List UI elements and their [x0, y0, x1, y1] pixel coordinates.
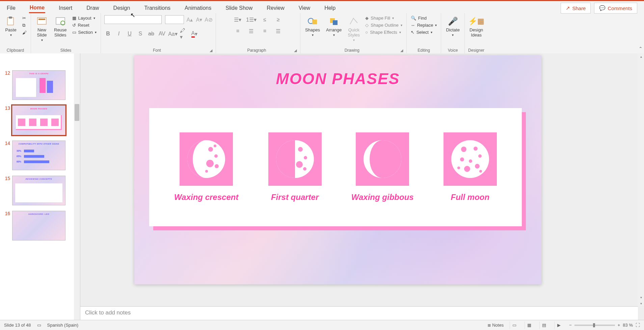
- thumbnails-scrollbar[interactable]: [74, 53, 80, 320]
- group-label-designer: Designer: [468, 47, 484, 53]
- group-label-voice: Voice: [448, 47, 458, 53]
- new-slide-button[interactable]: New Slide▾: [34, 15, 49, 43]
- font-dialog-launcher[interactable]: ◢: [210, 48, 212, 53]
- underline-button[interactable]: U: [126, 30, 133, 37]
- tab-insert[interactable]: Insert: [58, 4, 73, 12]
- content-panel[interactable]: Waxing crescent First quarter Waxing gib…: [149, 108, 522, 226]
- align-right-button[interactable]: ≡: [260, 27, 269, 35]
- select-button[interactable]: ↖Select ▾: [410, 29, 438, 35]
- drawing-dialog-launcher[interactable]: ◢: [400, 48, 403, 53]
- accessibility-icon[interactable]: ▭: [37, 323, 41, 328]
- thumbnail-15[interactable]: 15 REVIEWING CONCEPTS: [0, 172, 80, 207]
- slide-counter: Slide 13 of 48: [4, 323, 31, 328]
- thumbnail-14[interactable]: 14 COMPATIBILITY WITH OTHER SIGNS 30% 65…: [0, 137, 80, 172]
- zoom-out-button[interactable]: −: [569, 323, 572, 328]
- reading-view-button[interactable]: ▤: [539, 322, 548, 329]
- paragraph-dialog-launcher[interactable]: ◢: [294, 48, 297, 53]
- tab-review[interactable]: Review: [266, 4, 285, 12]
- zoom-slider[interactable]: [574, 325, 615, 326]
- tab-design[interactable]: Design: [113, 4, 131, 12]
- slide-title[interactable]: MOON PHASES: [134, 70, 541, 88]
- thumbnail-16[interactable]: 16 HOROSCOPE: LEO: [0, 207, 80, 243]
- ribbon: Paste▾ ✂ ⧉ 🖌 Clipboard New Slide▾ Reuse …: [0, 13, 644, 54]
- italic-button[interactable]: I: [115, 30, 123, 37]
- section-icon: ▭: [72, 30, 76, 35]
- tab-help[interactable]: Help: [324, 4, 336, 12]
- tab-slideshow[interactable]: Slide Show: [225, 4, 253, 12]
- moon-icon-waxing-gibbous: [356, 132, 409, 186]
- find-icon: 🔍: [411, 16, 416, 21]
- zoom-level[interactable]: 83 %: [623, 323, 633, 328]
- align-left-button[interactable]: ≡: [233, 27, 242, 35]
- reuse-slides-button[interactable]: Reuse Slides: [53, 15, 68, 38]
- comments-button[interactable]: 💬Comments: [594, 3, 637, 14]
- fit-to-window-button[interactable]: ⛶: [636, 323, 640, 328]
- char-spacing-button[interactable]: AV: [158, 30, 166, 37]
- bold-button[interactable]: B: [104, 30, 112, 37]
- thumbnail-13[interactable]: 13 MOON PHASES: [0, 102, 80, 137]
- bullets-button[interactable]: ☰▾: [233, 15, 242, 24]
- group-label-clipboard: Clipboard: [7, 47, 24, 53]
- shadow-button[interactable]: S: [137, 30, 144, 37]
- share-button[interactable]: ↗Share: [561, 3, 591, 14]
- moon-icon-first-quarter: [268, 132, 322, 186]
- replace-button[interactable]: ↔Replace ▾: [410, 22, 438, 28]
- numbering-button[interactable]: 1☰▾: [247, 15, 256, 24]
- decrease-indent-button[interactable]: ≤: [260, 15, 269, 24]
- svg-point-12: [214, 154, 218, 158]
- tab-home[interactable]: Home: [29, 3, 45, 13]
- tab-animations[interactable]: Animations: [184, 4, 212, 12]
- svg-point-37: [460, 157, 464, 161]
- shape-fill-button[interactable]: ◆Shape Fill ▾: [365, 15, 403, 21]
- design-ideas-button[interactable]: ⚡▦Design Ideas: [468, 15, 484, 38]
- copy-button[interactable]: ⧉: [22, 22, 27, 28]
- zoom-in-button[interactable]: +: [618, 323, 620, 328]
- thumbnail-12[interactable]: 12 THIS IS A GRAPH: [0, 67, 80, 102]
- normal-view-button[interactable]: ▭: [510, 322, 518, 329]
- paste-button[interactable]: Paste▾: [3, 15, 18, 37]
- shapes-button[interactable]: Shapes▾: [304, 15, 321, 37]
- quick-styles-button[interactable]: Quick Styles▾: [346, 15, 361, 43]
- increase-font-button[interactable]: A▴: [186, 16, 193, 23]
- tab-draw[interactable]: Draw: [86, 4, 100, 12]
- scroll-up-button[interactable]: ▴: [638, 53, 644, 59]
- font-family-combo[interactable]: [104, 15, 162, 24]
- shape-effects-button[interactable]: ○Shape Effects ▾: [365, 29, 403, 35]
- shape-outline-button[interactable]: ◇Shape Outline ▾: [365, 22, 403, 28]
- scroll-down-button[interactable]: ▾: [638, 294, 644, 300]
- tab-transitions[interactable]: Transitions: [143, 4, 171, 12]
- slideshow-view-button[interactable]: ▶: [554, 322, 563, 329]
- notes-pane[interactable]: Click to add notes: [80, 306, 638, 320]
- cut-button[interactable]: ✂: [22, 15, 27, 21]
- svg-point-24: [296, 161, 303, 168]
- svg-rect-7: [312, 20, 317, 24]
- layout-button[interactable]: ▦Layout ▾: [72, 15, 97, 21]
- format-painter-button[interactable]: 🖌: [22, 30, 27, 35]
- notes-toggle[interactable]: ≣ Notes: [487, 323, 504, 328]
- highlight-button[interactable]: 🖍▾: [180, 30, 187, 37]
- decrease-font-button[interactable]: A▾: [195, 16, 203, 23]
- find-button[interactable]: 🔍Find: [410, 15, 438, 21]
- justify-button[interactable]: ☰: [274, 27, 283, 35]
- group-label-paragraph: Paragraph: [219, 47, 294, 53]
- tab-file[interactable]: File: [6, 4, 16, 12]
- reset-button[interactable]: ↺Reset: [72, 22, 97, 28]
- font-color-button[interactable]: A▾: [191, 30, 198, 37]
- sorter-view-button[interactable]: ▦: [525, 322, 533, 329]
- dictate-button[interactable]: 🎤Dictate▾: [445, 15, 461, 37]
- align-center-button[interactable]: ☰: [247, 27, 256, 35]
- increase-indent-button[interactable]: ≥: [274, 15, 283, 24]
- change-case-button[interactable]: Aa▾: [169, 30, 177, 37]
- current-slide[interactable]: MOON PHASES Waxing crescent First quarte…: [134, 55, 541, 284]
- section-button[interactable]: ▭Section ▾: [72, 29, 97, 35]
- language-status[interactable]: Spanish (Spain): [47, 323, 79, 328]
- collapse-ribbon-button[interactable]: ⌃: [639, 46, 643, 51]
- editor-vscrollbar[interactable]: ▴ ▾ ▾: [638, 53, 644, 306]
- strikethrough-button[interactable]: ab: [147, 30, 155, 37]
- arrange-button[interactable]: Arrange▾: [325, 15, 343, 37]
- clear-formatting-button[interactable]: A⊘: [205, 16, 212, 23]
- font-size-combo[interactable]: [165, 15, 184, 24]
- group-label-slides: Slides: [60, 47, 72, 53]
- tab-view[interactable]: View: [298, 4, 311, 12]
- ribbon-tabs: File Home Insert Draw Design Transitions…: [0, 1, 644, 13]
